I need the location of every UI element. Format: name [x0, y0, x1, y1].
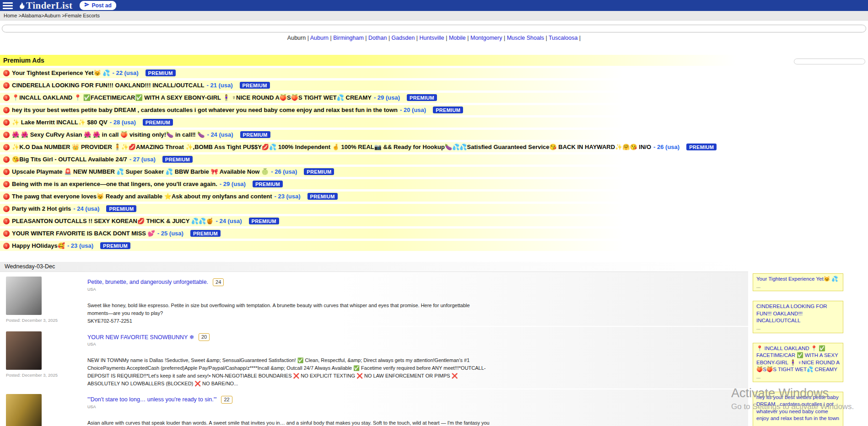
premium-ad-row[interactable]: ↑ Being with me is an experience—one tha…: [0, 179, 636, 189]
premium-badge[interactable]: PREMIUM: [190, 230, 221, 237]
premium-ad-title-link[interactable]: Happy HOlidays🥰: [12, 242, 65, 249]
premium-ad-age: - 23 (usa): [67, 242, 93, 249]
city-link[interactable]: Tuscaloosa: [549, 35, 581, 41]
sidebar-ad-box[interactable]: CINDERELLA LOOKING FOR FUN!!! OAKLAND!!!…: [753, 301, 843, 333]
premium-ad-title-link[interactable]: ✨K.O Daa NUMBER 👑 PROVIDER 🧍✨💋AMAZING Th…: [12, 144, 651, 150]
up-arrow-icon: ↑: [3, 243, 10, 249]
listing-age-badge: 22: [221, 396, 232, 404]
site-logo[interactable]: TinderList: [17, 0, 72, 11]
premium-ad-row[interactable]: ↑ hey its your best wettes petite baby D…: [0, 105, 636, 115]
premium-ad-title-link[interactable]: 📍INCALL OAKLAND 📍 ✅FACETIME/CAR✅ WITH A …: [12, 94, 372, 101]
premium-ad-age: - 26 (usa): [653, 144, 679, 150]
premium-badge[interactable]: PREMIUM: [240, 131, 270, 138]
up-arrow-icon: ↑: [3, 193, 10, 200]
listing-title-link[interactable]: Petite, brunette, and dangerously unforg…: [87, 279, 208, 285]
premium-ad-title-link[interactable]: 😘Big Tits Girl - OUTCALL Available 24/7: [12, 156, 127, 163]
premium-ad-row[interactable]: ↑ 😘Big Tits Girl - OUTCALL Available 24/…: [0, 154, 636, 165]
breadcrumb[interactable]: Home >Alabama>Auburn >Female Escorts: [0, 11, 868, 21]
premium-ad-title-link[interactable]: Party with 2 Hot girls: [12, 205, 71, 212]
premium-ad-age: - 28 (usa): [110, 119, 136, 126]
premium-ad-title-link[interactable]: CINDERELLA LOOKING FOR FUN!!! OAKLAND!!!…: [12, 82, 205, 89]
city-link[interactable]: Huntsville: [420, 35, 449, 41]
city-link[interactable]: Gadsden: [392, 35, 420, 41]
premium-ads-title: Premium Ads: [0, 55, 760, 66]
premium-ad-row[interactable]: ↑ 📍INCALL OAKLAND 📍 ✅FACETIME/CAR✅ WITH …: [0, 93, 636, 103]
premium-ad-row[interactable]: ↑ CINDERELLA LOOKING FOR FUN!!! OAKLAND!…: [0, 80, 636, 91]
premium-badge[interactable]: PREMIUM: [433, 106, 463, 113]
listing-body: YOUR NEW FAVORITE SNOWBUNNY ❄ 20 USA NEW…: [87, 331, 490, 388]
up-arrow-icon: ↑: [3, 82, 10, 89]
sidebar-ad-text: CINDERELLA LOOKING FOR FUN!!! OAKLAND!!!…: [756, 303, 840, 325]
premium-ad-row[interactable]: ↑ The pawg that everyone loves😼 Ready an…: [0, 192, 636, 202]
scrollbar-thumb[interactable]: [794, 59, 865, 64]
premium-badge[interactable]: PREMIUM: [686, 144, 717, 150]
listing-thumbnail[interactable]: [6, 331, 42, 370]
premium-ad-title-link[interactable]: The pawg that everyone loves😼 Ready and …: [12, 193, 272, 200]
premium-ad-title-link[interactable]: Your Tightest Experience Yet😼 💦: [12, 69, 110, 76]
premium-ad-row[interactable]: ↑ 🌺 🌺 Sexy CuRvy Asian 🌺 🌺 in call 🍑 vis…: [0, 130, 636, 140]
premium-badge[interactable]: PREMIUM: [307, 193, 338, 200]
up-arrow-icon: ↑: [3, 169, 10, 175]
post-ad-button[interactable]: Post ad: [80, 1, 116, 10]
hamburger-menu-icon[interactable]: [3, 2, 13, 9]
premium-ad-title-link[interactable]: PLEASANTON OUTCALLS !! SEXY KOREAN💋 THIC…: [12, 218, 213, 224]
premium-ad-row[interactable]: ↑ ✨ Lake Merritt INCALL✨ $80 QV - 28 (us…: [0, 117, 636, 128]
premium-ad-row[interactable]: ↑ ✨K.O Daa NUMBER 👑 PROVIDER 🧍✨💋AMAZING …: [0, 142, 636, 152]
listing-description: Asian allure with curves that speak loud…: [87, 419, 490, 426]
premium-ad-row[interactable]: ↑ Happy HOlidays🥰 - 23 (usa) PREMIUM: [0, 241, 636, 251]
premium-badge[interactable]: PREMIUM: [162, 156, 193, 163]
listing-description: Sweet like honey, bold like espresso. Pe…: [87, 302, 490, 317]
premium-sidebar: Your Tightest Experience Yet😼 💦 ... CIND…: [753, 273, 843, 426]
listing-country: USA: [87, 287, 490, 292]
premium-ad-title-link[interactable]: Being with me is an experience—one that …: [12, 181, 217, 187]
premium-badge[interactable]: PREMIUM: [407, 94, 437, 101]
premium-ad-row[interactable]: ↑ YOUR WINTER FAVORITE IS BACK DONT MISS…: [0, 229, 636, 239]
up-arrow-icon: ↑: [3, 181, 10, 187]
premium-badge[interactable]: PREMIUM: [143, 119, 173, 126]
listing-thumb-column: Posted: December 3, 2025: [6, 277, 75, 325]
premium-badge[interactable]: PREMIUM: [146, 69, 176, 76]
listing-title-link[interactable]: "'Don't stare too long… unless you're re…: [87, 396, 216, 403]
premium-badge[interactable]: PREMIUM: [253, 181, 283, 187]
listing-phone: SKYE702-577-2251: [87, 317, 490, 325]
city-link[interactable]: Mobile: [449, 35, 470, 41]
premium-ad-title-link[interactable]: YOUR WINTER FAVORITE IS BACK DONT MISS 💕: [12, 230, 155, 237]
sidebar-ad-box[interactable]: Your Tightest Experience Yet😼 💦 ...: [753, 273, 843, 291]
listing-row: Posted: December 3, 2025 Petite, brunett…: [0, 272, 748, 327]
premium-ad-age: - 29 (usa): [220, 181, 246, 187]
premium-ad-title-link[interactable]: Upscale Playmate 🚨 NEW NUMBER 💦 Super So…: [12, 168, 269, 175]
city-link[interactable]: Auburn: [310, 35, 334, 41]
premium-ad-row[interactable]: ↑ PLEASANTON OUTCALLS !! SEXY KOREAN💋 TH…: [0, 216, 636, 226]
premium-badge[interactable]: PREMIUM: [100, 242, 130, 249]
sidebar-ad-box[interactable]: 📍 INCALL OAKLAND 📍 ✅ FACETIME/CAR ✅ WITH…: [753, 343, 843, 382]
premium-ad-row[interactable]: ↑ Your Tightest Experience Yet😼 💦 - 22 (…: [0, 68, 636, 78]
listing-country: USA: [87, 405, 490, 409]
sidebar-ad-text: Your Tightest Experience Yet😼 💦: [756, 276, 840, 283]
listing-description: NEW IN TOWNMy name is Dallas !Seductive,…: [87, 357, 490, 388]
premium-badge[interactable]: PREMIUM: [106, 205, 136, 212]
city-link[interactable]: Dothan: [368, 35, 392, 41]
listing-row: Posted: December 3, 2025 "'Don't stare t…: [0, 389, 748, 426]
premium-badge[interactable]: PREMIUM: [249, 218, 279, 224]
sidebar-ad-box[interactable]: hey its your best wettes petite baby DRE…: [753, 392, 843, 426]
city-link[interactable]: Muscle Shoals: [507, 35, 549, 41]
premium-ad-row[interactable]: ↑ Upscale Playmate 🚨 NEW NUMBER 💦 Super …: [0, 167, 636, 177]
city-current: Auburn: [287, 35, 310, 41]
listing-thumbnail[interactable]: [6, 394, 42, 426]
premium-ad-age: - 22 (usa): [113, 69, 139, 76]
city-link[interactable]: Birmingham: [333, 35, 368, 41]
listing-thumbnail[interactable]: [6, 277, 42, 315]
flame-icon: [17, 2, 25, 10]
listing-title-link[interactable]: YOUR NEW FAVORITE SNOWBUNNY ❄: [87, 334, 194, 341]
premium-ad-row[interactable]: ↑ Party with 2 Hot girls - 24 (usa) PREM…: [0, 204, 636, 214]
premium-badge[interactable]: PREMIUM: [304, 168, 334, 175]
sidebar-ad-more: ...: [756, 373, 840, 380]
search-input[interactable]: [2, 25, 866, 32]
city-link[interactable]: Montgomery: [470, 35, 507, 41]
premium-ad-title-link[interactable]: hey its your best wettes petite baby DRE…: [12, 106, 398, 113]
premium-ad-age: - 26 (usa): [271, 168, 297, 175]
premium-ad-title-link[interactable]: 🌺 🌺 Sexy CuRvy Asian 🌺 🌺 in call 🍑 visit…: [12, 131, 205, 138]
premium-ad-title-link[interactable]: ✨ Lake Merritt INCALL✨ $80 QV: [12, 119, 108, 126]
premium-badge[interactable]: PREMIUM: [240, 82, 270, 89]
sidebar-ad-text: hey its your best wettes petite baby DRE…: [756, 394, 840, 422]
